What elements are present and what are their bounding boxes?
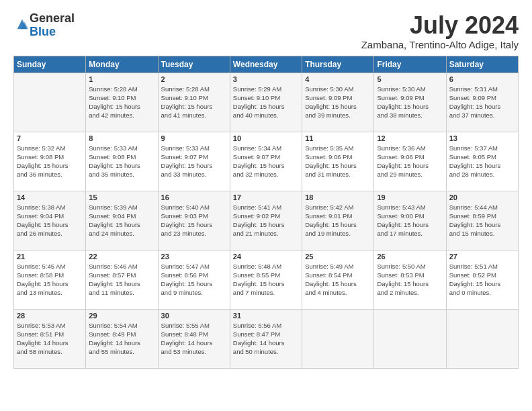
calendar-cell: 27Sunrise: 5:51 AM Sunset: 8:52 PM Dayli… xyxy=(446,250,518,309)
header-sunday: Sunday xyxy=(14,56,86,73)
header-tuesday: Tuesday xyxy=(158,56,230,73)
day-info: Sunrise: 5:54 AM Sunset: 8:49 PM Dayligh… xyxy=(89,321,154,357)
day-info: Sunrise: 5:30 AM Sunset: 9:09 PM Dayligh… xyxy=(305,85,371,120)
day-number: 28 xyxy=(17,312,83,320)
calendar-table: Sunday Monday Tuesday Wednesday Thursday… xyxy=(13,56,519,369)
calendar-cell xyxy=(374,309,446,368)
header: General Blue July 2024 Zambana, Trentino… xyxy=(13,12,519,50)
calendar-week-5: 28Sunrise: 5:53 AM Sunset: 8:51 PM Dayli… xyxy=(14,309,519,368)
day-info: Sunrise: 5:31 AM Sunset: 9:09 PM Dayligh… xyxy=(449,85,515,120)
day-info: Sunrise: 5:56 AM Sunset: 8:47 PM Dayligh… xyxy=(233,321,299,357)
day-info: Sunrise: 5:41 AM Sunset: 9:02 PM Dayligh… xyxy=(233,203,299,238)
calendar-header: Sunday Monday Tuesday Wednesday Thursday… xyxy=(14,56,519,73)
day-number: 12 xyxy=(377,134,443,142)
day-number: 4 xyxy=(305,75,371,83)
day-info: Sunrise: 5:53 AM Sunset: 8:51 PM Dayligh… xyxy=(17,321,83,357)
day-number: 30 xyxy=(161,312,227,320)
day-number: 17 xyxy=(233,193,299,201)
calendar-cell: 9Sunrise: 5:33 AM Sunset: 9:07 PM Daylig… xyxy=(158,132,230,191)
calendar-cell: 17Sunrise: 5:41 AM Sunset: 9:02 PM Dayli… xyxy=(230,191,302,250)
day-info: Sunrise: 5:33 AM Sunset: 9:07 PM Dayligh… xyxy=(161,144,227,179)
logo-icon xyxy=(15,17,30,32)
calendar-cell: 15Sunrise: 5:39 AM Sunset: 9:04 PM Dayli… xyxy=(86,191,158,250)
calendar-cell xyxy=(446,309,518,368)
calendar-cell: 19Sunrise: 5:43 AM Sunset: 9:00 PM Dayli… xyxy=(374,191,446,250)
calendar-cell: 7Sunrise: 5:32 AM Sunset: 9:08 PM Daylig… xyxy=(14,132,86,191)
calendar-cell: 3Sunrise: 5:29 AM Sunset: 9:10 PM Daylig… xyxy=(230,73,302,132)
day-number: 23 xyxy=(161,253,227,261)
day-number: 19 xyxy=(377,193,443,201)
day-info: Sunrise: 5:33 AM Sunset: 9:08 PM Dayligh… xyxy=(89,144,154,179)
header-saturday: Saturday xyxy=(446,56,518,73)
calendar-cell xyxy=(14,73,86,132)
day-info: Sunrise: 5:34 AM Sunset: 9:07 PM Dayligh… xyxy=(233,144,299,179)
day-info: Sunrise: 5:32 AM Sunset: 9:08 PM Dayligh… xyxy=(17,144,83,179)
day-number: 5 xyxy=(377,75,443,83)
calendar-week-4: 21Sunrise: 5:45 AM Sunset: 8:58 PM Dayli… xyxy=(14,250,519,309)
calendar-week-1: 1Sunrise: 5:28 AM Sunset: 9:10 PM Daylig… xyxy=(14,73,519,132)
calendar-cell: 2Sunrise: 5:28 AM Sunset: 9:10 PM Daylig… xyxy=(158,73,230,132)
calendar-cell: 22Sunrise: 5:46 AM Sunset: 8:57 PM Dayli… xyxy=(86,250,158,309)
day-number: 16 xyxy=(161,193,227,201)
day-info: Sunrise: 5:39 AM Sunset: 9:04 PM Dayligh… xyxy=(89,203,154,238)
calendar-cell: 6Sunrise: 5:31 AM Sunset: 9:09 PM Daylig… xyxy=(446,73,518,132)
calendar-cell: 31Sunrise: 5:56 AM Sunset: 8:47 PM Dayli… xyxy=(230,309,302,368)
calendar-cell: 12Sunrise: 5:36 AM Sunset: 9:06 PM Dayli… xyxy=(374,132,446,191)
calendar-cell: 5Sunrise: 5:30 AM Sunset: 9:09 PM Daylig… xyxy=(374,73,446,132)
day-number: 15 xyxy=(89,193,154,201)
location-title: Zambana, Trentino-Alto Adige, Italy xyxy=(361,39,519,50)
day-info: Sunrise: 5:49 AM Sunset: 8:54 PM Dayligh… xyxy=(305,262,371,298)
day-number: 8 xyxy=(89,134,154,142)
page: General Blue July 2024 Zambana, Trentino… xyxy=(0,0,532,375)
calendar-cell: 26Sunrise: 5:50 AM Sunset: 8:53 PM Dayli… xyxy=(374,250,446,309)
day-info: Sunrise: 5:30 AM Sunset: 9:09 PM Dayligh… xyxy=(377,85,443,120)
day-info: Sunrise: 5:35 AM Sunset: 9:06 PM Dayligh… xyxy=(305,144,371,179)
day-info: Sunrise: 5:48 AM Sunset: 8:55 PM Dayligh… xyxy=(233,262,299,298)
calendar-week-2: 7Sunrise: 5:32 AM Sunset: 9:08 PM Daylig… xyxy=(14,132,519,191)
header-thursday: Thursday xyxy=(302,56,374,73)
day-info: Sunrise: 5:38 AM Sunset: 9:04 PM Dayligh… xyxy=(17,203,83,238)
day-info: Sunrise: 5:50 AM Sunset: 8:53 PM Dayligh… xyxy=(377,262,443,298)
day-info: Sunrise: 5:28 AM Sunset: 9:10 PM Dayligh… xyxy=(89,85,154,120)
day-info: Sunrise: 5:28 AM Sunset: 9:10 PM Dayligh… xyxy=(161,85,227,120)
day-number: 25 xyxy=(305,253,371,261)
calendar-cell: 4Sunrise: 5:30 AM Sunset: 9:09 PM Daylig… xyxy=(302,73,374,132)
calendar-cell: 14Sunrise: 5:38 AM Sunset: 9:04 PM Dayli… xyxy=(14,191,86,250)
header-friday: Friday xyxy=(374,56,446,73)
day-number: 3 xyxy=(233,75,299,83)
day-number: 14 xyxy=(17,193,83,201)
day-info: Sunrise: 5:46 AM Sunset: 8:57 PM Dayligh… xyxy=(89,262,154,298)
calendar-cell: 23Sunrise: 5:47 AM Sunset: 8:56 PM Dayli… xyxy=(158,250,230,309)
calendar-body: 1Sunrise: 5:28 AM Sunset: 9:10 PM Daylig… xyxy=(14,73,519,368)
day-number: 10 xyxy=(233,134,299,142)
day-number: 2 xyxy=(161,75,227,83)
day-number: 18 xyxy=(305,193,371,201)
day-number: 27 xyxy=(449,253,515,261)
calendar-cell: 18Sunrise: 5:42 AM Sunset: 9:01 PM Dayli… xyxy=(302,191,374,250)
day-number: 21 xyxy=(17,253,83,261)
day-number: 1 xyxy=(89,75,154,83)
calendar-cell: 21Sunrise: 5:45 AM Sunset: 8:58 PM Dayli… xyxy=(14,250,86,309)
day-number: 11 xyxy=(305,134,371,142)
title-area: July 2024 Zambana, Trentino-Alto Adige, … xyxy=(361,12,519,50)
header-row: Sunday Monday Tuesday Wednesday Thursday… xyxy=(14,56,519,73)
day-info: Sunrise: 5:43 AM Sunset: 9:00 PM Dayligh… xyxy=(377,203,443,238)
calendar-week-3: 14Sunrise: 5:38 AM Sunset: 9:04 PM Dayli… xyxy=(14,191,519,250)
calendar-cell: 28Sunrise: 5:53 AM Sunset: 8:51 PM Dayli… xyxy=(14,309,86,368)
calendar-cell xyxy=(302,309,374,368)
calendar-cell: 16Sunrise: 5:40 AM Sunset: 9:03 PM Dayli… xyxy=(158,191,230,250)
day-info: Sunrise: 5:40 AM Sunset: 9:03 PM Dayligh… xyxy=(161,203,227,238)
day-info: Sunrise: 5:45 AM Sunset: 8:58 PM Dayligh… xyxy=(17,262,83,298)
day-info: Sunrise: 5:37 AM Sunset: 9:05 PM Dayligh… xyxy=(449,144,515,179)
header-wednesday: Wednesday xyxy=(230,56,302,73)
day-info: Sunrise: 5:36 AM Sunset: 9:06 PM Dayligh… xyxy=(377,144,443,179)
calendar-cell: 8Sunrise: 5:33 AM Sunset: 9:08 PM Daylig… xyxy=(86,132,158,191)
day-number: 20 xyxy=(449,193,515,201)
day-info: Sunrise: 5:55 AM Sunset: 8:48 PM Dayligh… xyxy=(161,321,227,357)
day-number: 13 xyxy=(449,134,515,142)
logo: General Blue xyxy=(13,12,75,39)
header-monday: Monday xyxy=(86,56,158,73)
day-info: Sunrise: 5:29 AM Sunset: 9:10 PM Dayligh… xyxy=(233,85,299,120)
day-number: 29 xyxy=(89,312,154,320)
day-info: Sunrise: 5:51 AM Sunset: 8:52 PM Dayligh… xyxy=(449,262,515,298)
